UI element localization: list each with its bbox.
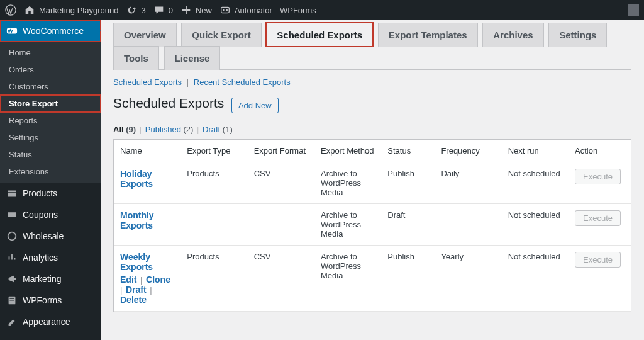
update-icon xyxy=(126,4,137,16)
sidebar-item-marketing[interactable]: Marketing xyxy=(0,268,101,290)
row-method: Archive to WordPress Media xyxy=(314,162,381,204)
wpforms-link[interactable]: WPForms xyxy=(280,6,316,15)
submenu-home[interactable]: Home xyxy=(0,44,101,61)
row-format: CSV xyxy=(248,246,314,312)
sidebar-item-label: Appearance xyxy=(23,317,70,327)
row-method: Archive to WordPress Media xyxy=(314,246,381,312)
col-action: Action xyxy=(569,140,631,162)
row-next-run: Not scheduled xyxy=(502,246,569,312)
execute-button[interactable]: Execute xyxy=(575,210,621,226)
row-status: Publish xyxy=(381,246,435,312)
comments[interactable]: 0 xyxy=(153,4,173,16)
row-name-link[interactable]: Holiday Exports xyxy=(120,169,153,189)
row-type: Products xyxy=(180,246,247,312)
row-status: Publish xyxy=(381,162,435,204)
status-filters: All (9) | Published (2) | Draft (1) xyxy=(113,125,631,134)
tab-tools[interactable]: Tools xyxy=(113,46,159,70)
row-method: Archive to WordPress Media xyxy=(314,204,381,246)
sidebar-item-products[interactable]: Products xyxy=(0,183,101,204)
filter-all[interactable]: All (9) xyxy=(113,125,136,134)
products-icon xyxy=(6,188,18,199)
sub-nav: Scheduled Exports | Recent Scheduled Exp… xyxy=(113,77,631,87)
separator: | xyxy=(136,275,146,285)
tab-archives[interactable]: Archives xyxy=(482,23,543,47)
filter-count: (9) xyxy=(126,125,136,134)
row-frequency xyxy=(435,204,501,246)
automator-label: Automator xyxy=(235,6,272,15)
submenu-label: Status xyxy=(9,150,32,159)
sidebar-item-woocommerce[interactable]: WooCommerce xyxy=(0,20,101,42)
tab-scheduled-exports[interactable]: Scheduled Exports xyxy=(266,23,373,47)
submenu-extensions[interactable]: Extensions xyxy=(0,163,101,180)
row-name-link[interactable]: Weekly Exports xyxy=(120,252,153,272)
my-account[interactable] xyxy=(628,4,639,16)
svg-rect-9 xyxy=(9,300,14,300)
svg-point-3 xyxy=(226,9,228,11)
separator: | xyxy=(184,77,191,87)
submenu-reports[interactable]: Reports xyxy=(0,112,101,129)
col-next-run: Next run xyxy=(502,140,569,162)
action-clone[interactable]: Clone xyxy=(146,275,170,285)
table-header-row: Name Export Type Export Format Export Me… xyxy=(114,140,631,162)
submenu-label: Extensions xyxy=(9,167,49,176)
filter-draft[interactable]: Draft (1) xyxy=(203,125,233,134)
updates-count: 3 xyxy=(141,6,145,15)
link-scheduled-exports[interactable]: Scheduled Exports xyxy=(113,77,182,87)
row-next-run: Not scheduled xyxy=(502,204,569,246)
col-type: Export Type xyxy=(180,140,247,162)
sidebar-item-label: Wholesale xyxy=(23,231,64,241)
submenu-store-export[interactable]: Store Export xyxy=(0,95,101,112)
submenu-customers[interactable]: Customers xyxy=(0,78,101,95)
automator-link[interactable]: Automator xyxy=(219,4,272,16)
table-row: Monthly Exports Archive to WordPress Med… xyxy=(114,204,631,246)
execute-button[interactable]: Execute xyxy=(575,252,621,268)
col-name[interactable]: Name xyxy=(114,140,180,162)
row-name-link[interactable]: Monthly Exports xyxy=(120,210,154,230)
plus-icon xyxy=(180,4,192,16)
link-recent-scheduled-exports[interactable]: Recent Scheduled Exports xyxy=(194,77,291,87)
avatar xyxy=(628,4,639,16)
tab-quick-export[interactable]: Quick Export xyxy=(181,23,261,47)
row-type: Products xyxy=(180,162,247,204)
sidebar-item-analytics[interactable]: Analytics xyxy=(0,247,101,268)
action-draft[interactable]: Draft xyxy=(126,285,147,295)
analytics-icon xyxy=(6,252,18,263)
row-status: Draft xyxy=(381,204,435,246)
site-name[interactable]: Marketing Playground xyxy=(24,4,118,16)
svg-point-6 xyxy=(8,232,16,241)
sidebar-item-coupons[interactable]: Coupons xyxy=(0,204,101,225)
new-content[interactable]: New xyxy=(180,4,212,16)
submenu-status[interactable]: Status xyxy=(0,146,101,163)
submenu-settings[interactable]: Settings xyxy=(0,129,101,146)
filter-label: Published xyxy=(145,125,181,134)
separator: | xyxy=(147,285,153,295)
nav-tabs: Overview Quick Export Scheduled Exports … xyxy=(113,23,631,70)
sidebar-item-wpforms[interactable]: WPForms xyxy=(0,290,101,311)
automator-icon xyxy=(219,4,231,16)
comment-icon xyxy=(153,4,165,16)
wp-logo[interactable] xyxy=(5,4,16,16)
submenu-orders[interactable]: Orders xyxy=(0,61,101,78)
filter-published[interactable]: Published (2) xyxy=(145,125,194,134)
sidebar-item-label: Analytics xyxy=(23,252,58,263)
updates[interactable]: 3 xyxy=(126,4,145,16)
exports-table: Name Export Type Export Format Export Me… xyxy=(113,139,631,312)
tab-settings[interactable]: Settings xyxy=(548,23,607,47)
submenu-label: Customers xyxy=(9,82,48,91)
add-new-button[interactable]: Add New xyxy=(231,98,279,113)
action-edit[interactable]: Edit xyxy=(120,275,136,285)
svg-point-2 xyxy=(223,9,225,11)
page-content: Overview Quick Export Scheduled Exports … xyxy=(101,20,644,340)
sidebar-item-wholesale[interactable]: Wholesale xyxy=(0,225,101,247)
action-delete[interactable]: Delete xyxy=(120,295,147,305)
tab-license[interactable]: License xyxy=(164,46,221,70)
execute-button[interactable]: Execute xyxy=(575,169,621,184)
woocommerce-icon xyxy=(6,25,18,37)
tab-export-templates[interactable]: Export Templates xyxy=(378,23,478,47)
row-format xyxy=(248,204,314,246)
sidebar-item-appearance[interactable]: Appearance xyxy=(0,311,101,332)
col-status: Status xyxy=(381,140,435,162)
tab-overview[interactable]: Overview xyxy=(113,23,177,47)
woocommerce-submenu: Home Orders Customers Store Export Repor… xyxy=(0,42,101,183)
sidebar-item-label: Coupons xyxy=(23,210,58,220)
